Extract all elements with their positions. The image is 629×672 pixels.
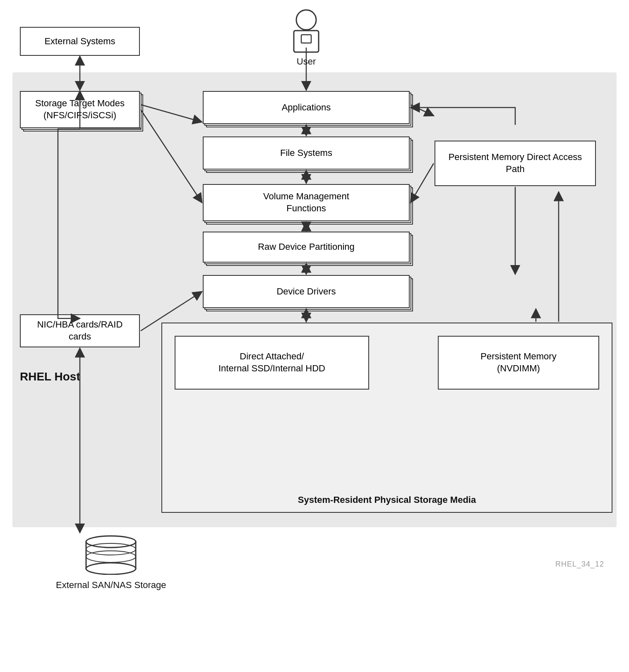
- watermark: RHEL_34_12: [555, 560, 604, 569]
- file-systems-label: File Systems: [280, 147, 332, 159]
- svg-point-6: [86, 551, 136, 562]
- volume-mgmt-label: Volume ManagementFunctions: [263, 191, 349, 214]
- user-label: User: [297, 56, 316, 67]
- box-nic-hba: NIC/HBA cards/RAID cards: [20, 314, 140, 347]
- box-storage-target: Storage Target Modes(NFS/CIFS/iSCSi): [20, 91, 140, 128]
- raw-device-label: Raw Device Partitioning: [258, 241, 355, 253]
- system-resident-label: System-Resident Physical Storage Media: [162, 495, 612, 505]
- box-device-drivers: Device Drivers: [203, 275, 410, 308]
- nic-hba-label: NIC/HBA cards/RAID cards: [27, 319, 132, 342]
- external-systems-label: External Systems: [44, 36, 115, 48]
- svg-point-0: [296, 10, 316, 30]
- persistent-access-label: Persistent Memory Direct Access Path: [442, 151, 588, 175]
- persistent-memory-nvdimm-label: Persistent Memory(NVDIMM): [480, 351, 556, 374]
- box-volume-mgmt: Volume ManagementFunctions: [203, 184, 410, 221]
- svg-rect-2: [301, 35, 311, 43]
- user-figure: User: [290, 8, 323, 67]
- box-persistent-memory-nvdimm: Persistent Memory(NVDIMM): [438, 336, 599, 390]
- box-file-systems: File Systems: [203, 136, 410, 170]
- cylinder-container: External SAN/NAS Storage: [56, 533, 166, 591]
- box-external-systems: External Systems: [20, 27, 140, 56]
- direct-attached-label: Direct Attached/Internal SSD/Internal HD…: [218, 351, 325, 374]
- external-san-label: External SAN/NAS Storage: [56, 580, 166, 591]
- diagram-container: External Systems User Storage Target Mod…: [0, 0, 629, 672]
- rhel-host-label: RHEL Host: [20, 370, 80, 383]
- box-raw-device: Raw Device Partitioning: [203, 232, 410, 263]
- box-direct-attached: Direct Attached/Internal SSD/Internal HD…: [175, 336, 369, 390]
- cylinder-icon: [82, 533, 140, 575]
- user-icon: [290, 8, 323, 54]
- applications-label: Applications: [282, 102, 331, 114]
- device-drivers-label: Device Drivers: [276, 286, 336, 298]
- box-system-resident: Direct Attached/Internal SSD/Internal HD…: [161, 323, 612, 513]
- svg-point-7: [86, 563, 136, 574]
- box-persistent-access: Persistent Memory Direct Access Path: [435, 141, 596, 186]
- storage-target-label: Storage Target Modes(NFS/CIFS/iSCSi): [35, 98, 125, 121]
- box-applications: Applications: [203, 91, 410, 124]
